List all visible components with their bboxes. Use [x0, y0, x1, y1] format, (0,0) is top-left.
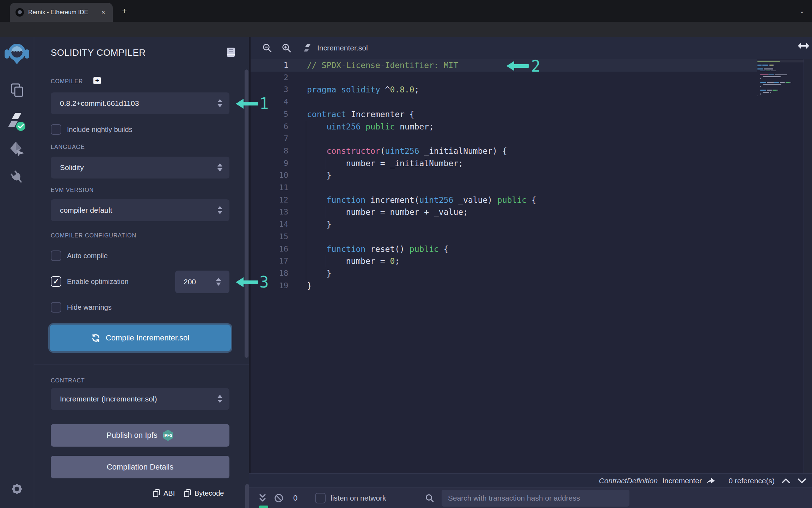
expand-horizontal-icon[interactable]	[798, 42, 810, 50]
code-line-11[interactable]: 11	[251, 182, 757, 194]
chevron-up-icon[interactable]	[781, 478, 791, 484]
symbol-name: Incrementer	[662, 477, 702, 485]
code-text: number = _initialNumber;	[307, 157, 463, 170]
indent-guide	[306, 206, 306, 218]
code-line-8[interactable]: 8 constructor(uint256 _initialNumber) {	[251, 145, 757, 157]
code-text: contract Incrementer {	[307, 108, 414, 121]
editor-surface: Incrementer.sol 1// SPDX-License-Identif…	[251, 37, 812, 508]
compiler-version-value: 0.8.2+commit.661d1103	[60, 92, 139, 114]
code-line-4[interactable]: 4	[251, 96, 757, 108]
minimap-line	[770, 65, 773, 66]
code-line-19[interactable]: 19}	[251, 280, 757, 292]
indent-guide	[306, 267, 306, 280]
documentation-book-icon[interactable]	[226, 47, 235, 57]
minimap-line	[760, 74, 768, 75]
screen: Remix - Ethereum IDE × + ⌄ remix.ethereu…	[0, 0, 812, 508]
line-number: 1	[264, 59, 288, 72]
contract-select[interactable]: Incrementer (Incrementer.sol)	[51, 388, 229, 410]
enable-optimization-checkbox[interactable]: ✓	[51, 276, 61, 287]
code-line-6[interactable]: 6 uint256 public number;	[251, 121, 757, 133]
search-icon	[425, 494, 434, 503]
code-line-14[interactable]: 14 }	[251, 218, 757, 231]
auto-compile-label: Auto compile	[67, 252, 108, 260]
code-line-10[interactable]: 10 }	[251, 169, 757, 182]
compile-button-label: Compile Incrementer.sol	[106, 333, 189, 343]
compile-button[interactable]: Compile Incrementer.sol	[50, 325, 231, 351]
double-chevron-down-icon[interactable]	[259, 494, 266, 502]
line-number: 15	[264, 231, 288, 243]
line-number: 11	[264, 182, 288, 194]
panel-title: SOLIDITY COMPILER	[51, 47, 146, 58]
share-arrow-icon[interactable]	[706, 477, 715, 485]
number-stepper-icon[interactable]	[216, 278, 222, 286]
tab-title: Remix - Ethereum IDE	[28, 3, 88, 22]
line-number: 9	[264, 157, 288, 170]
include-nightly-checkbox[interactable]	[51, 124, 61, 135]
indent-guide	[306, 182, 306, 194]
minimap-line	[763, 84, 781, 85]
editor-tab-bar: Incrementer.sol	[251, 37, 812, 59]
code-line-16[interactable]: 16 function reset() public {	[251, 243, 757, 255]
panel-scrollbar[interactable]	[245, 69, 248, 358]
code-line-9[interactable]: 9 number = _initialNumber;	[251, 157, 757, 170]
auto-compile-checkbox[interactable]	[51, 250, 61, 261]
editor-region: Incrementer.sol 1// SPDX-License-Identif…	[249, 37, 812, 508]
browser-tab[interactable]: Remix - Ethereum IDE ×	[10, 3, 113, 22]
close-tab-icon[interactable]: ×	[99, 8, 108, 17]
code-line-12[interactable]: 12 function increment(uint256 _value) pu…	[251, 194, 757, 206]
compilation-details-button[interactable]: Compilation Details	[51, 456, 229, 478]
code-line-7[interactable]: 7	[251, 133, 757, 145]
deploy-run-icon[interactable]	[0, 141, 34, 157]
copy-abi-button[interactable]: ABI	[153, 489, 175, 497]
annotation-arrow-3	[236, 277, 259, 287]
evm-version-select[interactable]: compiler default	[51, 199, 229, 221]
line-number: 8	[264, 145, 288, 157]
minimap-line	[771, 71, 776, 72]
minimap-line	[760, 78, 761, 79]
solidity-compiler-icon[interactable]	[0, 111, 34, 132]
indent-guide	[306, 231, 306, 243]
chevron-down-icon[interactable]	[797, 478, 806, 484]
plugin-manager-icon[interactable]	[0, 169, 34, 185]
settings-gear-icon[interactable]	[0, 482, 34, 496]
code-line-3[interactable]: 3pragma solidity ^0.8.0;	[251, 84, 757, 96]
minimap[interactable]	[757, 60, 807, 103]
line-number: 17	[264, 255, 288, 267]
divider	[34, 364, 249, 364]
listen-network-checkbox[interactable]	[315, 493, 326, 503]
zoom-in-icon[interactable]	[282, 43, 291, 53]
code-line-13[interactable]: 13 number = number + _value;	[251, 206, 757, 218]
line-number: 10	[264, 169, 288, 182]
evm-version-value: compiler default	[60, 199, 112, 221]
code-text: function increment(uint256 _value) publi…	[307, 194, 536, 206]
code-line-17[interactable]: 17 number = 0;	[251, 255, 757, 267]
copy-bytecode-button[interactable]: Bytecode	[184, 489, 224, 497]
abi-label: ABI	[164, 489, 175, 497]
file-explorer-icon[interactable]	[0, 82, 34, 98]
remix-app: SOLIDITY COMPILER COMPILER + 0.8.2+commi…	[0, 37, 812, 508]
code-text: // SPDX-License-Identifier: MIT	[307, 59, 458, 72]
minimap-line	[767, 82, 774, 83]
zoom-out-icon[interactable]	[262, 43, 272, 53]
publish-ipfs-button[interactable]: Publish on Ipfs IPFS	[51, 424, 229, 447]
file-tab[interactable]: Incrementer.sol	[317, 37, 368, 59]
line-number: 2	[264, 72, 288, 84]
code-area[interactable]: 1// SPDX-License-Identifier: MIT23pragma…	[251, 59, 812, 473]
code-line-5[interactable]: 5contract Incrementer {	[251, 108, 757, 121]
hide-warnings-checkbox[interactable]	[51, 302, 61, 313]
code-line-18[interactable]: 18 }	[251, 267, 757, 280]
editor-scrollbar[interactable]	[804, 59, 812, 473]
compiler-version-select[interactable]: 0.8.2+commit.661d1103	[51, 92, 229, 114]
code-line-15[interactable]: 15	[251, 231, 757, 243]
code-line-1[interactable]: 1// SPDX-License-Identifier: MIT	[251, 59, 757, 72]
line-number: 16	[264, 243, 288, 255]
tab-search-chevron-icon[interactable]: ⌄	[799, 7, 805, 15]
language-select[interactable]: Solidity	[51, 157, 229, 179]
transaction-search-input[interactable]	[442, 490, 629, 507]
add-compiler-icon[interactable]: +	[93, 77, 101, 84]
code-line-2[interactable]: 2	[251, 72, 757, 84]
remix-logo[interactable]	[0, 42, 34, 65]
ban-icon[interactable]	[274, 494, 283, 503]
code-text: number = 0;	[307, 255, 400, 267]
new-tab-button[interactable]: +	[120, 6, 129, 16]
